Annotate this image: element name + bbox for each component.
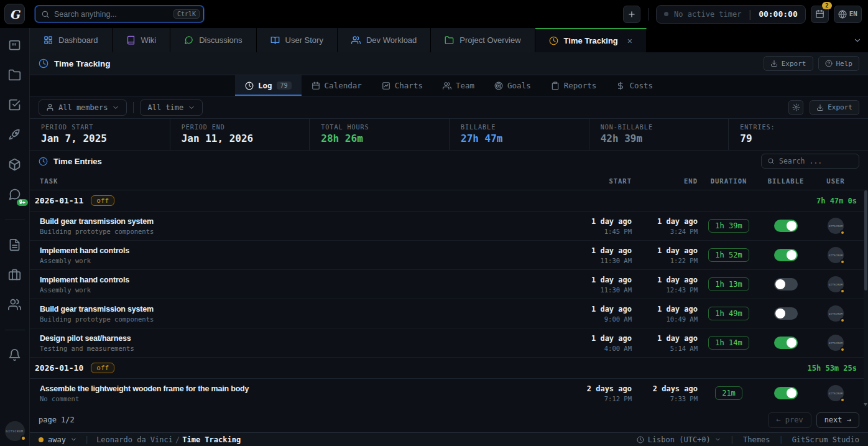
entries-search[interactable] [761, 154, 859, 169]
sidebar-item-file[interactable] [4, 234, 25, 255]
tab-wiki[interactable]: Wiki [113, 28, 171, 52]
close-tab-icon[interactable]: × [627, 36, 632, 46]
timer-widget[interactable]: No active timer | 00:00:00 [656, 5, 806, 24]
breadcrumb-user[interactable]: Leonardo da Vinci [96, 435, 173, 444]
prev-page-button[interactable]: ← prev [768, 412, 811, 428]
sidebar-item-folder[interactable] [4, 64, 25, 85]
task-title: Design pilot seat/harness [35, 334, 558, 343]
time-entry-row[interactable]: Design pilot seat/harnessTesting and mea… [30, 328, 868, 358]
end-cell: 1 day ago5:14 AM [632, 334, 698, 352]
time-filter-dropdown[interactable]: All time [140, 100, 203, 116]
entries-search-input[interactable] [779, 157, 853, 165]
subtab-calendar[interactable]: Calendar [302, 75, 372, 96]
sidebar-item-briefcase[interactable] [4, 264, 25, 285]
end-cell: 1 day ago3:24 PM [632, 217, 698, 235]
tab-dev-workload[interactable]: Dev Workload [338, 28, 431, 52]
tab-time-tracking[interactable]: Time Tracking× [535, 28, 647, 52]
user-avatar[interactable]: GITSCRUM [828, 335, 844, 351]
group-total: 15h 53m 25s [808, 364, 857, 373]
task-cell[interactable]: Build gear transmission systemBuilding p… [35, 305, 558, 323]
global-search[interactable]: CtrlK [35, 6, 204, 22]
export-button[interactable]: Export [764, 56, 813, 71]
sidebar-item-chat[interactable]: 9+ [4, 184, 25, 205]
billable-toggle[interactable] [774, 220, 798, 232]
scrollbar-arrow-icon [864, 403, 867, 406]
next-page-button[interactable]: next → [816, 412, 859, 428]
billable-toggle[interactable] [774, 387, 798, 399]
language-button[interactable]: EN [834, 6, 862, 23]
sidebar-item-rocket[interactable] [4, 124, 25, 145]
clock-icon [39, 157, 48, 166]
task-cell[interactable]: Assemble the lightweight wooden frame fo… [35, 384, 558, 402]
search-icon [767, 157, 775, 165]
chevron-down-icon [112, 104, 119, 111]
billable-toggle[interactable] [774, 278, 798, 290]
tab-dashboard[interactable]: Dashboard [30, 28, 113, 52]
end-cell: 1 day ago10:49 AM [632, 305, 698, 323]
task-cell[interactable]: Implement hand controlsAssembly work [35, 276, 558, 294]
scrollbar-thumb[interactable] [864, 190, 867, 290]
tab-overflow-button[interactable] [853, 36, 868, 45]
user-avatar[interactable]: GITSCRUM [828, 385, 844, 401]
tab-project-overview[interactable]: Project Overview [431, 28, 535, 52]
folder-icon [8, 68, 21, 81]
filter-row: All members All time Export [30, 96, 868, 118]
sidebar-item-package[interactable] [4, 154, 25, 175]
calendar-button[interactable]: 2 [811, 6, 829, 23]
user-avatar[interactable]: GITSCRUM [828, 247, 844, 263]
user-avatar[interactable]: GITSCRUM [828, 305, 844, 322]
billable-toggle[interactable] [774, 307, 798, 320]
duration-cell: 1h 13m [698, 277, 760, 291]
sidebar-item-bell[interactable] [4, 344, 25, 365]
time-entry-row[interactable]: Assemble the lightweight wooden frame fo… [30, 379, 868, 407]
billable-toggle[interactable] [774, 337, 798, 349]
time-entry-row[interactable]: Implement hand controlsAssembly work1 da… [30, 270, 868, 299]
language-label: EN [849, 10, 857, 18]
task-cell[interactable]: Build gear transmission systemBuilding p… [35, 217, 558, 235]
subtab-log[interactable]: Log79 [235, 75, 302, 96]
members-filter-dropdown[interactable]: All members [39, 100, 127, 116]
stat-label: ENTRIES: [740, 124, 868, 131]
clock-icon [549, 36, 558, 45]
timer-value: 00:00:00 [759, 9, 798, 19]
sidebar-item-board[interactable] [4, 34, 25, 55]
time-entry-row[interactable]: Build gear transmission systemBuilding p… [30, 299, 868, 328]
subtab-costs[interactable]: Costs [606, 75, 663, 96]
scrollbar[interactable] [864, 190, 868, 407]
sidebar-item-check-square[interactable] [4, 94, 25, 115]
presence-selector[interactable]: away [39, 435, 77, 444]
help-button[interactable]: Help [818, 56, 860, 71]
subtab-charts[interactable]: Charts [372, 75, 433, 96]
presence-dot-icon [840, 318, 845, 323]
global-search-input[interactable] [54, 10, 173, 19]
duration-badge: 1h 39m [708, 219, 749, 233]
stat-label: TOTAL HOURS [321, 124, 449, 131]
sidebar-item-users[interactable] [4, 294, 25, 315]
tab-discussions[interactable]: Discussions [170, 28, 256, 52]
subtab-reports[interactable]: Reports [541, 75, 607, 96]
billable-toggle[interactable] [774, 249, 798, 261]
themes-link[interactable]: Themes [743, 435, 770, 444]
task-cell[interactable]: Implement hand controlsAssembly work [35, 246, 558, 264]
table-export-button[interactable]: Export [810, 100, 859, 115]
sidebar-user-avatar[interactable]: GITSCRUM [5, 421, 25, 441]
pagination: page 1/2 ← prev next → [30, 407, 868, 432]
user-avatar[interactable]: GITSCRUM [828, 276, 844, 292]
subtab-goals[interactable]: Goals [484, 75, 541, 96]
subtab-team[interactable]: Team [433, 75, 484, 96]
tab-user-story[interactable]: User Story [257, 28, 338, 52]
users-icon [443, 81, 451, 90]
billable-cell [760, 220, 812, 232]
user-avatar[interactable]: GITSCRUM [828, 218, 844, 234]
gitscrum-logo[interactable]: G [4, 4, 25, 24]
search-icon [767, 157, 775, 165]
task-cell[interactable]: Design pilot seat/harnessTesting and mea… [35, 334, 558, 352]
settings-button[interactable] [788, 100, 803, 115]
add-button[interactable] [623, 6, 640, 23]
stat-value: Jan 11, 2026 [182, 132, 310, 144]
time-entry-row[interactable]: Implement hand controlsAssembly work1 da… [30, 241, 868, 270]
task-comment: Building prototype components [35, 315, 558, 323]
timezone-selector[interactable]: Lisbon (UTC+0) [637, 435, 721, 444]
date-group-row: 2026-01-10off15h 53m 25s [30, 358, 868, 379]
time-entry-row[interactable]: Build gear transmission systemBuilding p… [30, 211, 868, 241]
